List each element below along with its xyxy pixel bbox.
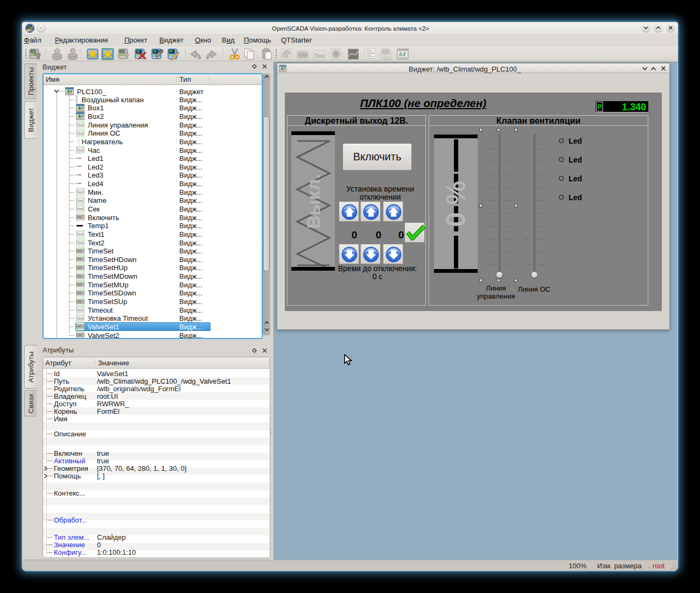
svg-text:Text: Text (77, 207, 83, 210)
svg-text:Text: Text (77, 241, 83, 244)
svg-text:Text: Text (77, 308, 83, 312)
svg-text:Text: Text (77, 199, 83, 202)
svg-text:Text: Text (77, 232, 83, 236)
svg-text:Values: Values (398, 56, 408, 59)
svg-text:T: T (81, 114, 83, 118)
svg-text:T: T (81, 106, 83, 110)
svg-text:Text: Text (77, 123, 83, 126)
svg-text:Text: Text (77, 190, 83, 194)
svg-text:Text: Text (77, 148, 83, 152)
svg-text:T: T (283, 67, 285, 70)
svg-text:Text: Text (77, 316, 83, 320)
svg-text:T: T (70, 89, 73, 94)
svg-text:Enter: Enter (299, 53, 307, 57)
svg-text:Text: Text (315, 53, 325, 59)
svg-text:Text: Text (77, 131, 83, 135)
